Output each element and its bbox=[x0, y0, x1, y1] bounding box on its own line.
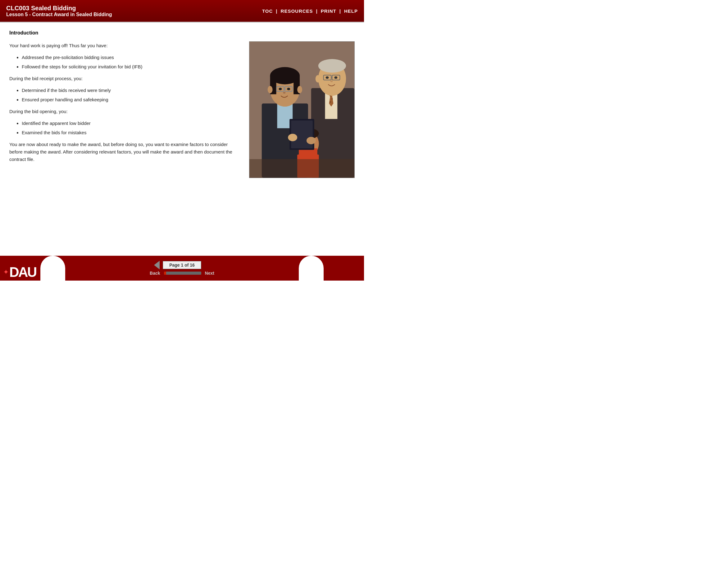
svg-point-27 bbox=[283, 92, 285, 94]
svg-point-5 bbox=[331, 98, 333, 99]
svg-point-37 bbox=[306, 137, 316, 144]
bullet-item: Followed the steps for soliciting your i… bbox=[22, 63, 240, 70]
image-block bbox=[249, 41, 355, 250]
nav-links: TOC | RESOURCES | PRINT | HELP bbox=[262, 8, 358, 14]
nav-controls: Page 1 of 16 Back Next bbox=[150, 261, 214, 276]
bullet-list-1: Addressed the pre-solicitation bidding i… bbox=[22, 54, 240, 70]
back-next-row: Back Next bbox=[150, 271, 214, 276]
svg-rect-38 bbox=[249, 159, 354, 178]
progress-bar bbox=[164, 272, 201, 275]
lesson-title: Lesson 5 - Contract Award in Sealed Bidd… bbox=[6, 12, 112, 17]
nav-sep-3: | bbox=[339, 8, 341, 14]
nav-sep-1: | bbox=[276, 8, 277, 14]
bullet-item: Addressed the pre-solicitation bidding i… bbox=[22, 54, 240, 61]
help-link[interactable]: HELP bbox=[344, 8, 358, 14]
text-content: Introduction Your hard work is paying of… bbox=[9, 29, 240, 250]
footer: ✦ DAU Page 1 of 16 Back Next bbox=[0, 256, 364, 280]
course-title: CLC003 Sealed Bidding bbox=[6, 5, 112, 12]
back-arrow[interactable] bbox=[154, 261, 160, 269]
main-content: Introduction Your hard work is paying of… bbox=[0, 23, 364, 256]
svg-point-36 bbox=[288, 134, 297, 141]
bullet-item: Ensured proper handling and safekeeping bbox=[22, 96, 240, 103]
svg-point-26 bbox=[287, 88, 290, 90]
resources-link[interactable]: RESOURCES bbox=[281, 8, 313, 14]
header: CLC003 Sealed Bidding Lesson 5 - Contrac… bbox=[0, 0, 364, 22]
svg-point-8 bbox=[318, 59, 346, 73]
next-arrow[interactable] bbox=[204, 261, 210, 269]
bullet-list-2: Determined if the bids received were tim… bbox=[22, 87, 240, 103]
print-link[interactable]: PRINT bbox=[321, 8, 336, 14]
bullet-item: Examined the bids for mistakes bbox=[22, 129, 240, 137]
page-info-row: Page 1 of 16 bbox=[154, 261, 210, 269]
people-illustration bbox=[249, 42, 354, 178]
next-label[interactable]: Next bbox=[205, 271, 214, 276]
wave-right bbox=[299, 256, 324, 280]
svg-point-6 bbox=[330, 101, 331, 103]
dau-logo-container: ✦ DAU bbox=[3, 265, 36, 279]
svg-point-25 bbox=[279, 88, 282, 90]
svg-point-28 bbox=[268, 86, 273, 93]
intro-para: Your hard work is paying off! Thus far y… bbox=[9, 42, 240, 49]
people-image bbox=[249, 41, 355, 178]
header-title-block: CLC003 Sealed Bidding Lesson 5 - Contrac… bbox=[6, 5, 112, 17]
bullet-list-3: Identified the apparent low bidderExamin… bbox=[22, 120, 240, 137]
dau-logo-box: ✦ DAU bbox=[3, 265, 36, 279]
svg-point-12 bbox=[326, 76, 329, 79]
svg-point-15 bbox=[316, 75, 321, 83]
wave-left bbox=[40, 256, 65, 280]
opening-para: During the bid opening, you: bbox=[9, 108, 240, 115]
svg-point-29 bbox=[297, 86, 302, 93]
svg-point-13 bbox=[334, 76, 337, 79]
bullet-item: Identified the apparent low bidder bbox=[22, 120, 240, 127]
svg-point-14 bbox=[330, 81, 333, 82]
star-icon: ✦ bbox=[3, 269, 9, 276]
nav-sep-2: | bbox=[316, 8, 318, 14]
intro-heading: Introduction bbox=[9, 29, 240, 37]
toc-link[interactable]: TOC bbox=[262, 8, 273, 14]
progress-bar-fill bbox=[164, 272, 166, 275]
back-label[interactable]: Back bbox=[150, 271, 160, 276]
receipt-para: During the bid receipt process, you: bbox=[9, 75, 240, 82]
dau-logo-text: DAU bbox=[9, 265, 36, 279]
bullet-item: Determined if the bids received were tim… bbox=[22, 87, 240, 94]
closing-para: You are now about ready to make the awar… bbox=[9, 141, 240, 163]
page-info-box: Page 1 of 16 bbox=[163, 261, 201, 269]
